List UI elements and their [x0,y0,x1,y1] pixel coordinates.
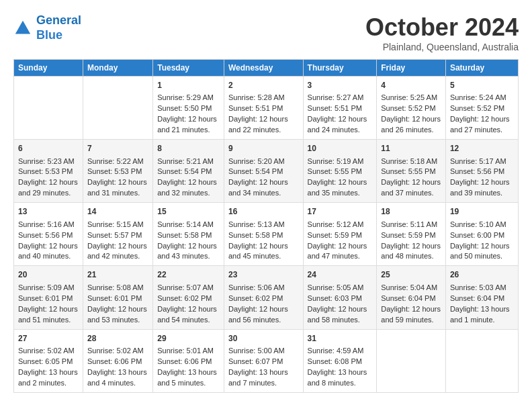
day-number: 5 [450,80,514,91]
calendar-cell: 16Sunrise: 5:13 AMSunset: 5:58 PMDayligh… [224,203,303,266]
calendar-cell: 1Sunrise: 5:29 AMSunset: 5:50 PMDaylight… [153,77,224,140]
day-number: 28 [87,333,148,345]
calendar-cell: 3Sunrise: 5:27 AMSunset: 5:51 PMDaylight… [303,77,377,140]
calendar-cell: 25Sunrise: 5:04 AMSunset: 6:04 PMDayligh… [377,266,446,329]
calendar-week-row: 13Sunrise: 5:16 AMSunset: 5:56 PMDayligh… [14,203,519,266]
day-info: Sunset: 5:54 PM [157,167,220,177]
day-number: 14 [87,206,148,218]
day-info: Sunrise: 5:16 AM [18,220,79,230]
day-number: 2 [228,80,299,91]
svg-marker-0 [15,20,30,34]
day-info: Sunset: 5:55 PM [381,167,441,177]
day-info: Daylight: 12 hours and 53 minutes. [87,304,148,326]
day-info: Sunrise: 5:18 AM [381,156,441,167]
day-info: Sunset: 6:06 PM [157,357,220,367]
location: Plainland, Queensland, Australia [365,42,519,52]
calendar-cell: 27Sunrise: 5:02 AMSunset: 6:05 PMDayligh… [14,329,83,392]
day-info: Daylight: 12 hours and 51 minutes. [18,304,79,326]
logo-text: General Blue [36,13,81,42]
day-info: Daylight: 12 hours and 29 minutes. [18,177,79,199]
day-info: Sunset: 5:58 PM [157,230,220,241]
day-info: Daylight: 12 hours and 37 minutes. [381,177,441,199]
calendar-week-row: 20Sunrise: 5:09 AMSunset: 6:01 PMDayligh… [14,266,519,329]
day-info: Daylight: 12 hours and 50 minutes. [450,241,514,263]
day-info: Sunrise: 5:07 AM [157,283,220,293]
calendar-cell: 30Sunrise: 5:00 AMSunset: 6:07 PMDayligh… [224,329,303,392]
logo: General Blue [13,13,81,42]
calendar-cell: 31Sunrise: 4:59 AMSunset: 6:08 PMDayligh… [303,329,377,392]
calendar-cell: 17Sunrise: 5:12 AMSunset: 5:59 PMDayligh… [303,203,377,266]
day-info: Sunrise: 5:21 AM [157,156,220,167]
day-number: 15 [157,206,220,218]
weekday-header: Friday [377,60,446,77]
logo-blue: Blue [36,28,81,43]
calendar-cell: 2Sunrise: 5:28 AMSunset: 5:51 PMDaylight… [224,77,303,140]
day-info: Sunset: 5:59 PM [381,230,441,241]
day-number: 29 [157,333,220,345]
day-info: Sunset: 6:08 PM [308,357,373,367]
day-number: 10 [308,143,373,154]
day-info: Daylight: 13 hours and 7 minutes. [228,367,299,389]
page-header: General Blue October 2024 Plainland, Que… [13,13,519,52]
logo-icon [13,19,32,38]
day-info: Sunset: 5:52 PM [381,103,441,114]
day-number: 4 [381,80,441,91]
day-info: Daylight: 12 hours and 22 minutes. [228,114,299,136]
day-info: Sunset: 5:59 PM [308,230,373,241]
day-info: Sunset: 6:02 PM [157,293,220,304]
day-number: 1 [157,80,220,91]
day-number: 26 [450,269,514,281]
calendar-cell: 18Sunrise: 5:11 AMSunset: 5:59 PMDayligh… [377,203,446,266]
day-info: Sunrise: 5:04 AM [381,283,441,293]
day-number: 16 [228,206,299,218]
calendar-cell: 20Sunrise: 5:09 AMSunset: 6:01 PMDayligh… [14,266,83,329]
day-info: Daylight: 12 hours and 43 minutes. [157,241,220,263]
day-info: Sunset: 6:05 PM [18,357,79,367]
day-info: Daylight: 12 hours and 34 minutes. [228,177,299,199]
day-info: Sunrise: 5:03 AM [450,283,514,293]
calendar-cell: 9Sunrise: 5:20 AMSunset: 5:54 PMDaylight… [224,140,303,203]
day-info: Sunrise: 5:15 AM [87,220,148,230]
calendar-cell: 12Sunrise: 5:17 AMSunset: 5:56 PMDayligh… [445,140,518,203]
calendar-cell [83,77,152,140]
day-info: Daylight: 12 hours and 26 minutes. [381,114,441,136]
day-number: 17 [308,206,373,218]
day-info: Daylight: 13 hours and 1 minute. [450,304,514,326]
calendar-cell: 7Sunrise: 5:22 AMSunset: 5:53 PMDaylight… [83,140,152,203]
day-info: Sunrise: 5:11 AM [381,220,441,230]
day-info: Sunrise: 5:12 AM [308,220,373,230]
day-info: Sunset: 5:58 PM [228,230,299,241]
day-info: Sunset: 5:56 PM [450,167,514,177]
day-info: Sunrise: 5:09 AM [18,283,79,293]
day-info: Sunset: 6:00 PM [450,230,514,241]
day-info: Sunset: 5:51 PM [308,103,373,114]
day-info: Daylight: 12 hours and 32 minutes. [157,177,220,199]
day-info: Sunrise: 5:23 AM [18,156,79,167]
calendar-cell: 5Sunrise: 5:24 AMSunset: 5:52 PMDaylight… [445,77,518,140]
day-info: Daylight: 12 hours and 58 minutes. [308,304,373,326]
day-info: Sunrise: 5:20 AM [228,156,299,167]
day-info: Sunrise: 5:25 AM [381,93,441,103]
calendar-cell: 26Sunrise: 5:03 AMSunset: 6:04 PMDayligh… [445,266,518,329]
calendar-cell [14,77,83,140]
logo-general: General [36,13,81,27]
calendar-cell: 19Sunrise: 5:10 AMSunset: 6:00 PMDayligh… [445,203,518,266]
day-info: Sunrise: 5:00 AM [228,346,299,357]
calendar-week-row: 27Sunrise: 5:02 AMSunset: 6:05 PMDayligh… [14,329,519,392]
day-info: Sunrise: 5:02 AM [18,346,79,357]
day-info: Sunrise: 5:10 AM [450,220,514,230]
day-info: Sunset: 6:02 PM [228,293,299,304]
calendar-cell: 11Sunrise: 5:18 AMSunset: 5:55 PMDayligh… [377,140,446,203]
day-number: 3 [308,80,373,91]
day-info: Daylight: 12 hours and 21 minutes. [157,114,220,136]
day-number: 12 [450,143,514,154]
calendar-cell: 24Sunrise: 5:05 AMSunset: 6:03 PMDayligh… [303,266,377,329]
day-info: Sunset: 6:04 PM [450,293,514,304]
day-number: 20 [18,269,79,281]
day-info: Daylight: 12 hours and 42 minutes. [87,241,148,263]
day-info: Sunrise: 5:28 AM [228,93,299,103]
day-info: Daylight: 13 hours and 5 minutes. [157,367,220,389]
day-info: Sunrise: 5:06 AM [228,283,299,293]
day-number: 30 [228,333,299,345]
weekday-header: Tuesday [153,60,224,77]
